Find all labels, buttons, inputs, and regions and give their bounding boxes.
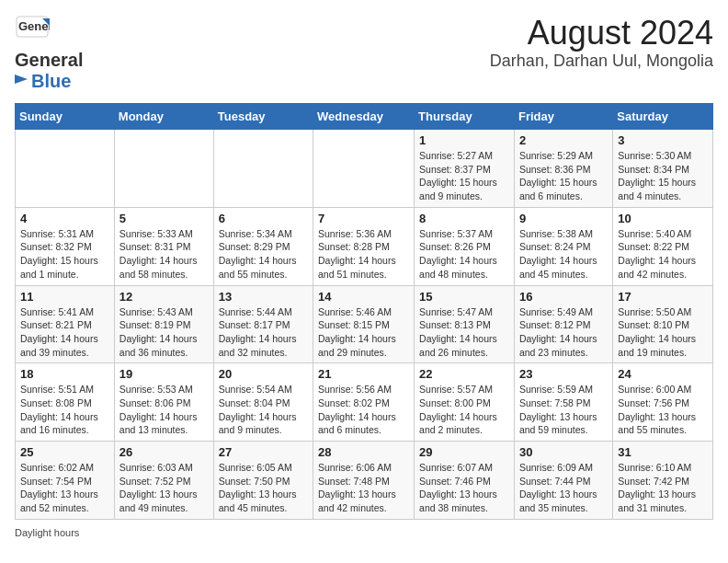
- calendar-cell: 16Sunrise: 5:49 AM Sunset: 8:12 PM Dayli…: [514, 285, 612, 363]
- calendar-cell: 11Sunrise: 5:41 AM Sunset: 8:21 PM Dayli…: [16, 285, 115, 363]
- calendar-cell: 21Sunrise: 5:56 AM Sunset: 8:02 PM Dayli…: [313, 363, 415, 442]
- title-area: August 2024 Darhan, Darhan Uul, Mongolia: [490, 15, 713, 71]
- day-number: 27: [219, 445, 308, 459]
- day-number: 30: [519, 445, 608, 459]
- day-number: 12: [119, 290, 209, 304]
- calendar-cell: 18Sunrise: 5:51 AM Sunset: 8:08 PM Dayli…: [16, 363, 115, 442]
- calendar-week-row: 4Sunrise: 5:31 AM Sunset: 8:32 PM Daylig…: [16, 207, 713, 285]
- day-info: Sunrise: 5:29 AM Sunset: 8:36 PM Dayligh…: [519, 149, 608, 203]
- calendar-cell: 2Sunrise: 5:29 AM Sunset: 8:36 PM Daylig…: [514, 130, 612, 208]
- day-number: 2: [519, 133, 608, 147]
- day-info: Sunrise: 6:10 AM Sunset: 7:42 PM Dayligh…: [618, 461, 708, 515]
- day-number: 23: [519, 367, 608, 381]
- calendar-cell: 24Sunrise: 6:00 AM Sunset: 7:56 PM Dayli…: [613, 363, 713, 442]
- footer-note: Daylight hours: [15, 527, 713, 538]
- calendar-cell: 7Sunrise: 5:36 AM Sunset: 8:28 PM Daylig…: [313, 207, 415, 285]
- day-number: 28: [318, 445, 409, 459]
- day-number: 22: [419, 367, 509, 381]
- calendar-header-row: SundayMondayTuesdayWednesdayThursdayFrid…: [16, 104, 713, 130]
- day-number: 13: [219, 290, 308, 304]
- day-info: Sunrise: 6:09 AM Sunset: 7:44 PM Dayligh…: [519, 461, 608, 515]
- day-info: Sunrise: 6:03 AM Sunset: 7:52 PM Dayligh…: [119, 461, 209, 515]
- calendar-table: SundayMondayTuesdayWednesdayThursdayFrid…: [15, 103, 713, 520]
- day-info: Sunrise: 5:43 AM Sunset: 8:19 PM Dayligh…: [119, 305, 209, 360]
- day-number: 18: [20, 367, 109, 381]
- calendar-cell: 8Sunrise: 5:37 AM Sunset: 8:26 PM Daylig…: [415, 207, 515, 285]
- day-number: 15: [419, 290, 509, 304]
- weekday-header-friday: Friday: [514, 104, 612, 130]
- day-info: Sunrise: 5:59 AM Sunset: 7:58 PM Dayligh…: [519, 383, 608, 437]
- logo-blue: Blue: [31, 71, 71, 92]
- day-info: Sunrise: 5:47 AM Sunset: 8:13 PM Dayligh…: [419, 305, 509, 360]
- svg-text:General: General: [18, 19, 50, 33]
- calendar-week-row: 18Sunrise: 5:51 AM Sunset: 8:08 PM Dayli…: [16, 363, 713, 442]
- day-info: Sunrise: 5:54 AM Sunset: 8:04 PM Dayligh…: [219, 383, 308, 437]
- day-info: Sunrise: 5:34 AM Sunset: 8:29 PM Dayligh…: [219, 227, 308, 282]
- day-number: 10: [618, 212, 708, 225]
- day-info: Sunrise: 5:40 AM Sunset: 8:22 PM Dayligh…: [618, 227, 708, 282]
- logo-flag-icon: [15, 75, 29, 89]
- day-info: Sunrise: 5:46 AM Sunset: 8:15 PM Dayligh…: [318, 305, 409, 360]
- calendar-cell: [213, 130, 313, 208]
- calendar-cell: 6Sunrise: 5:34 AM Sunset: 8:29 PM Daylig…: [213, 207, 313, 285]
- calendar-cell: 20Sunrise: 5:54 AM Sunset: 8:04 PM Dayli…: [213, 363, 313, 442]
- weekday-header-thursday: Thursday: [415, 104, 515, 130]
- calendar-cell: 22Sunrise: 5:57 AM Sunset: 8:00 PM Dayli…: [415, 363, 515, 442]
- day-number: 26: [119, 445, 209, 459]
- day-info: Sunrise: 6:00 AM Sunset: 7:56 PM Dayligh…: [618, 383, 708, 437]
- header: General General Blue August 2024 Darhan,…: [15, 15, 713, 92]
- day-info: Sunrise: 6:05 AM Sunset: 7:50 PM Dayligh…: [219, 461, 308, 515]
- calendar-cell: 14Sunrise: 5:46 AM Sunset: 8:15 PM Dayli…: [313, 285, 415, 363]
- day-info: Sunrise: 5:38 AM Sunset: 8:24 PM Dayligh…: [519, 227, 608, 282]
- day-number: 6: [219, 212, 308, 225]
- day-number: 31: [618, 445, 708, 459]
- day-info: Sunrise: 5:31 AM Sunset: 8:32 PM Dayligh…: [20, 227, 109, 282]
- logo-general: General: [15, 50, 83, 71]
- day-number: 14: [318, 290, 409, 304]
- day-info: Sunrise: 5:30 AM Sunset: 8:34 PM Dayligh…: [618, 149, 708, 203]
- day-info: Sunrise: 5:50 AM Sunset: 8:10 PM Dayligh…: [618, 305, 708, 360]
- calendar-cell: [114, 130, 213, 208]
- calendar-cell: 17Sunrise: 5:50 AM Sunset: 8:10 PM Dayli…: [613, 285, 713, 363]
- calendar-cell: 12Sunrise: 5:43 AM Sunset: 8:19 PM Dayli…: [114, 285, 213, 363]
- day-info: Sunrise: 5:56 AM Sunset: 8:02 PM Dayligh…: [318, 383, 409, 437]
- calendar-cell: 27Sunrise: 6:05 AM Sunset: 7:50 PM Dayli…: [213, 442, 313, 520]
- day-number: 11: [20, 290, 109, 304]
- weekday-header-tuesday: Tuesday: [213, 104, 313, 130]
- day-info: Sunrise: 5:49 AM Sunset: 8:12 PM Dayligh…: [519, 305, 608, 360]
- day-number: 25: [20, 445, 109, 459]
- calendar-cell: 9Sunrise: 5:38 AM Sunset: 8:24 PM Daylig…: [514, 207, 612, 285]
- day-number: 8: [419, 212, 509, 225]
- calendar-week-row: 25Sunrise: 6:02 AM Sunset: 7:54 PM Dayli…: [16, 442, 713, 520]
- calendar-cell: 25Sunrise: 6:02 AM Sunset: 7:54 PM Dayli…: [16, 442, 115, 520]
- day-info: Sunrise: 5:53 AM Sunset: 8:06 PM Dayligh…: [119, 383, 209, 437]
- weekday-header-monday: Monday: [114, 104, 213, 130]
- day-number: 4: [20, 212, 109, 225]
- weekday-header-wednesday: Wednesday: [313, 104, 415, 130]
- day-info: Sunrise: 5:27 AM Sunset: 8:37 PM Dayligh…: [419, 149, 509, 203]
- day-number: 19: [119, 367, 209, 381]
- day-info: Sunrise: 5:41 AM Sunset: 8:21 PM Dayligh…: [20, 305, 109, 360]
- svg-marker-3: [15, 75, 28, 84]
- day-number: 1: [419, 133, 509, 147]
- day-number: 3: [618, 133, 708, 147]
- calendar-cell: 31Sunrise: 6:10 AM Sunset: 7:42 PM Dayli…: [613, 442, 713, 520]
- calendar-cell: 19Sunrise: 5:53 AM Sunset: 8:06 PM Dayli…: [114, 363, 213, 442]
- calendar-cell: 29Sunrise: 6:07 AM Sunset: 7:46 PM Dayli…: [415, 442, 515, 520]
- day-number: 5: [119, 212, 209, 225]
- calendar-cell: 1Sunrise: 5:27 AM Sunset: 8:37 PM Daylig…: [415, 130, 515, 208]
- calendar-cell: 23Sunrise: 5:59 AM Sunset: 7:58 PM Dayli…: [514, 363, 612, 442]
- calendar-week-row: 1Sunrise: 5:27 AM Sunset: 8:37 PM Daylig…: [16, 130, 713, 208]
- page-title: August 2024: [490, 15, 713, 52]
- day-number: 16: [519, 290, 608, 304]
- weekday-header-saturday: Saturday: [613, 104, 713, 130]
- calendar-cell: 3Sunrise: 5:30 AM Sunset: 8:34 PM Daylig…: [613, 130, 713, 208]
- day-info: Sunrise: 6:07 AM Sunset: 7:46 PM Dayligh…: [419, 461, 509, 515]
- calendar-cell: [16, 130, 115, 208]
- day-info: Sunrise: 5:37 AM Sunset: 8:26 PM Dayligh…: [419, 227, 509, 282]
- weekday-header-sunday: Sunday: [16, 104, 115, 130]
- day-number: 17: [618, 290, 708, 304]
- calendar-cell: 26Sunrise: 6:03 AM Sunset: 7:52 PM Dayli…: [114, 442, 213, 520]
- page-subtitle: Darhan, Darhan Uul, Mongolia: [490, 52, 713, 71]
- calendar-cell: 13Sunrise: 5:44 AM Sunset: 8:17 PM Dayli…: [213, 285, 313, 363]
